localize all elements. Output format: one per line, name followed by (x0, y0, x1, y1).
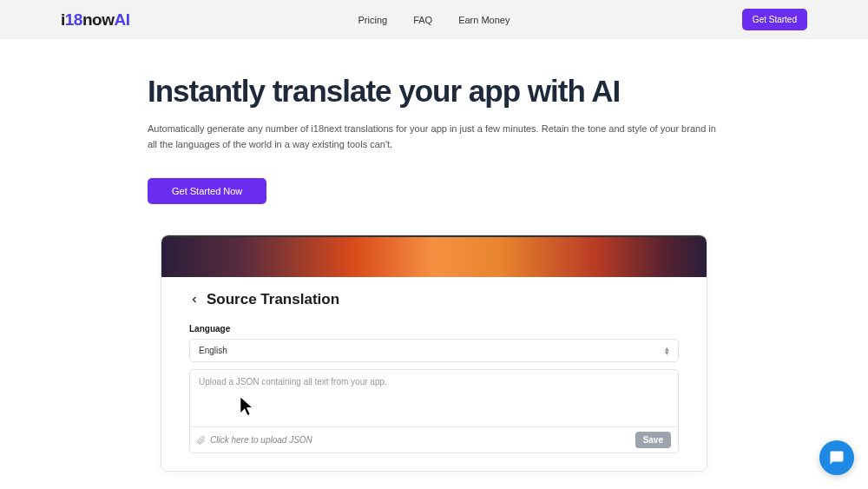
back-icon[interactable] (189, 294, 200, 305)
textarea-placeholder-text: Upload a JSON containing all text from y… (199, 377, 387, 387)
json-textarea[interactable]: Upload a JSON containing all text from y… (190, 370, 678, 426)
language-value: English (199, 346, 227, 355)
hero-subtext: Automatically generate any number of i18… (148, 122, 720, 152)
get-started-button[interactable]: Get Started (742, 9, 807, 30)
app-content: Source Translation Language English ▴▾ U… (161, 277, 707, 471)
logo-part-18: 18 (65, 10, 82, 29)
attachment-icon (197, 436, 206, 445)
logo[interactable]: i18nowAI (61, 10, 129, 30)
app-title-row: Source Translation (189, 291, 679, 308)
logo-part-ai: AI (114, 10, 129, 29)
get-started-now-button[interactable]: Get Started Now (148, 178, 266, 204)
language-select[interactable]: English ▴▾ (189, 339, 679, 362)
chat-icon (829, 450, 845, 466)
save-button[interactable]: Save (635, 432, 671, 448)
hero-section: Instantly translate your app with AI Aut… (148, 39, 720, 472)
json-textarea-container: Upload a JSON containing all text from y… (189, 369, 679, 453)
app-preview: Source Translation Language English ▴▾ U… (161, 235, 707, 472)
main-nav: Pricing FAQ Earn Money (358, 15, 510, 25)
cursor-icon (239, 394, 256, 419)
app-title: Source Translation (207, 291, 339, 308)
app-header-background (161, 235, 707, 277)
upload-link-text: Click here to upload JSON (210, 435, 312, 445)
upload-json-link[interactable]: Click here to upload JSON (197, 435, 312, 445)
nav-earn-money[interactable]: Earn Money (458, 15, 510, 25)
language-label: Language (189, 324, 679, 334)
textarea-footer: Click here to upload JSON Save (190, 426, 678, 453)
chat-widget-button[interactable] (819, 440, 854, 475)
nav-faq[interactable]: FAQ (413, 15, 432, 25)
select-arrows-icon: ▴▾ (665, 347, 669, 354)
header: i18nowAI Pricing FAQ Earn Money Get Star… (0, 0, 868, 39)
hero-headline: Instantly translate your app with AI (148, 74, 720, 109)
logo-part-now: now (82, 10, 115, 29)
nav-pricing[interactable]: Pricing (358, 15, 388, 25)
